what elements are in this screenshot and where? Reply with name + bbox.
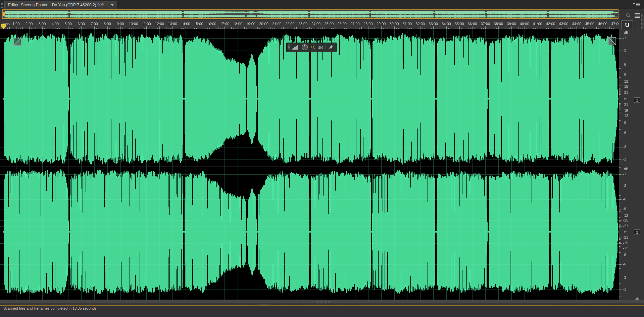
db-scale-ruler[interactable] [619, 29, 644, 300]
magnet-icon [625, 22, 630, 28]
audition-window: { "tab": { "title": "Editor: Sheena East… [0, 0, 644, 317]
hud-divider [326, 45, 326, 50]
fade-in-handle[interactable] [13, 38, 21, 46]
channel-1-badge[interactable]: 1 [634, 98, 640, 103]
db-scale-scroll-up-icon[interactable] [635, 297, 639, 300]
overview-range-box[interactable] [2, 9, 618, 19]
channel-2-badge[interactable]: 2 [634, 230, 640, 235]
fade-out-handle[interactable] [608, 37, 616, 45]
hud-gain-knob[interactable] [301, 44, 308, 51]
tab-close-button[interactable]: × [99, 2, 104, 7]
hud-pin-icon[interactable] [328, 45, 333, 50]
tab-bar: Editor: Sheena Easton - Do You (CDP 7 46… [0, 0, 644, 9]
snap-button[interactable] [621, 20, 633, 30]
hud-meter-icon [292, 45, 299, 50]
status-bar: Scanned files and filenames completed in… [0, 305, 644, 317]
display-options-icon[interactable] [634, 13, 641, 18]
tab-dropdown-icon[interactable] [110, 3, 115, 7]
panel-drag-grip[interactable] [1, 1, 3, 8]
tab-divider [107, 2, 107, 8]
hud-gain-unit: dB [318, 45, 323, 50]
hud-gain-panel: +0 dB [286, 43, 337, 52]
splitter-grip[interactable] [315, 301, 331, 303]
editor-panel: +0 dB 1 2 0:00.000 [0, 9, 644, 314]
status-text: Scanned files and filenames completed in… [3, 306, 644, 311]
zoom-out-full-icon[interactable] [625, 12, 632, 18]
editor-tab-label: Editor: Sheena Easton - Do You (CDP 7 46… [8, 3, 104, 7]
panel-scrollbar-thumb[interactable] [640, 14, 644, 30]
panel-menu-button[interactable] [632, 2, 641, 7]
hud-gain-value[interactable]: +0 [310, 45, 315, 50]
timeline-ruler[interactable] [0, 20, 619, 29]
hud-drag-grip[interactable] [288, 44, 290, 50]
waveform-display[interactable] [0, 29, 619, 300]
overview-range-handle[interactable] [3, 12, 5, 16]
